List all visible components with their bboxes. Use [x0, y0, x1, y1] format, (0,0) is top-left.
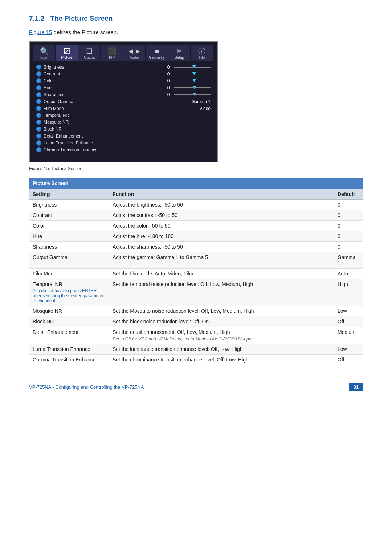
table-row: Detail Enhancement Set the detail enhanc…	[29, 327, 363, 344]
osd-slider	[174, 74, 211, 74]
col-header-function: Function	[109, 189, 334, 200]
cell-setting: Output Gamma	[29, 252, 109, 269]
osd-slider-line	[192, 74, 211, 74]
osd-tab-setup: ✂Setup	[168, 45, 190, 61]
osd-row-icon	[36, 113, 41, 118]
cell-default: Off	[334, 355, 363, 365]
setting-name: Contrast	[33, 212, 52, 218]
function-text: Adjust the brightness: -50 to 50	[113, 202, 183, 208]
table-row: Chroma Transition Enhance Set the chromi…	[29, 355, 363, 365]
tab-label-output: Output	[84, 56, 95, 60]
osd-tab-geometry: ■Geometry	[146, 45, 168, 61]
table-row: Block NR Set the block noise reduction l…	[29, 316, 363, 327]
cell-setting: Film Mode	[29, 269, 109, 279]
tab-label-picture: Picture	[61, 56, 72, 60]
col-header-default: Default	[334, 189, 363, 200]
cell-setting: Luma Transition Enhance	[29, 344, 109, 355]
osd-slider-track	[174, 67, 211, 68]
tab-icon-setup: ✂	[176, 48, 183, 55]
cell-setting: Chroma Transition Enhance	[29, 355, 109, 365]
cell-default: 0	[334, 242, 363, 252]
function-text: Set the block noise reduction level: Off…	[113, 319, 209, 324]
figure-caption: Figure 15: Picture Screen	[29, 166, 363, 171]
osd-tabs: 🔍Input🖼Picture☐Output⬛PIP◄►Audio■Geometr…	[33, 45, 213, 61]
setting-name: Chroma Transition Enhance	[33, 357, 96, 363]
cell-setting: Block NR	[29, 316, 109, 327]
osd-row-icon	[36, 65, 41, 70]
osd-row-icon	[36, 106, 41, 111]
osd-slider	[174, 67, 211, 68]
cell-setting: Hue	[29, 231, 109, 242]
cell-default: 0	[334, 200, 363, 210]
setting-name: Color	[33, 223, 45, 229]
osd-row: Sharpness0	[36, 92, 211, 97]
tab-label-setup: Setup	[175, 56, 184, 60]
osd-row-label: Detail Enhancement	[44, 134, 211, 139]
tab-label-geometry: Geometry	[149, 56, 165, 60]
osd-row-value: 0	[165, 85, 172, 90]
osd-row: Luma Transition Enhance	[36, 140, 211, 146]
osd-slider-line	[192, 87, 211, 88]
table-title: Picture Screen	[29, 178, 363, 189]
osd-row: Color0	[36, 78, 211, 83]
setting-name: Output Gamma	[33, 254, 68, 260]
cell-function: Adjust the color: -50 to 50	[109, 221, 334, 231]
osd-row-label: Output Gamma	[44, 99, 189, 104]
table-row: Hue Adjust the hue: -180 to 180 0	[29, 231, 363, 242]
function-text: Set the Mosquito noise reduction level: …	[113, 308, 254, 314]
cell-setting: Detail Enhancement	[29, 327, 109, 344]
tab-icon-pip: ⬛	[107, 48, 117, 55]
page-number: 31	[349, 383, 363, 391]
osd-row-icon	[36, 127, 41, 132]
osd-row-label: Temporal NR	[44, 113, 211, 118]
table-title-row: Picture Screen	[29, 178, 363, 189]
function-text: Adjust the color: -50 to 50	[113, 223, 171, 229]
cell-default: High	[334, 279, 363, 306]
function-text: Set the film mode: Auto, Video, Film	[113, 271, 193, 277]
function-text: Set the detail enhancement: Off, Low, Me…	[113, 329, 230, 335]
osd-row-label: Mosquito NR	[44, 120, 211, 125]
cell-function: Adjust the gamma: Gamma 1 to Gamma 5	[109, 252, 334, 269]
cell-default: 0	[334, 231, 363, 242]
setting-name: Block NR	[33, 319, 54, 324]
tab-label-pip: PIP	[109, 56, 115, 60]
function-subnote: Set to Off for VGA and HDMI inputs; set …	[113, 336, 330, 342]
cell-function: Set the block noise reduction level: Off…	[109, 316, 334, 327]
cell-function: Adjust the brightness: -50 to 50	[109, 200, 334, 210]
tab-icon-info: ⓘ	[198, 48, 205, 55]
cell-function: Set the chrominance transition enhance l…	[109, 355, 334, 365]
osd-row: Contrast0	[36, 71, 211, 77]
osd-row: Detail Enhancement	[36, 134, 211, 139]
osd-row-label: Brightness	[44, 65, 163, 70]
footer-text: VP-725NA - Configuring and Controlling t…	[29, 384, 144, 390]
osd-row: Chroma Transition Enhance	[36, 147, 211, 152]
osd-row-value: 0	[165, 78, 172, 83]
osd-row-icon	[36, 134, 41, 139]
cell-function: Set the Mosquito noise reduction level: …	[109, 306, 334, 316]
setting-note: You do not have to press ENTER after sel…	[33, 288, 105, 303]
tab-icon-picture: 🖼	[63, 48, 70, 55]
function-text: Adjust the contrast: -50 to 50	[113, 212, 177, 218]
osd-slider	[174, 87, 211, 88]
tab-icon-input: 🔍	[40, 48, 49, 55]
cell-setting: Mosquito NR	[29, 306, 109, 316]
page-footer: VP-725NA - Configuring and Controlling t…	[29, 380, 363, 391]
osd-row: Film ModeVideo	[36, 106, 211, 111]
osd-tab-input: 🔍Input	[33, 45, 55, 61]
table-row: Mosquito NR Set the Mosquito noise reduc…	[29, 306, 363, 316]
table-row: Color Adjust the color: -50 to 50 0	[29, 221, 363, 231]
osd-row-value: 0	[165, 71, 172, 77]
cell-function: Adjust the hue: -180 to 180	[109, 231, 334, 242]
figure-link[interactable]: Figure 15	[29, 29, 52, 35]
section-title: The Picture Screen	[50, 15, 113, 23]
setting-name: Luma Transition Enhance	[33, 346, 90, 352]
cell-setting: Brightness	[29, 200, 109, 210]
table-row: Temporal NRYou do not have to press ENTE…	[29, 279, 363, 306]
cell-default: Auto	[334, 269, 363, 279]
function-text: Adjust the gamma: Gamma 1 to Gamma 5	[113, 254, 208, 260]
osd-slider-track	[174, 74, 211, 74]
osd-right-text: Video	[200, 106, 211, 111]
cell-default: Medium	[334, 327, 363, 344]
function-text: Adjust the sharpness: -50 to 50	[113, 244, 183, 250]
osd-row-label: Film Mode	[44, 106, 197, 111]
